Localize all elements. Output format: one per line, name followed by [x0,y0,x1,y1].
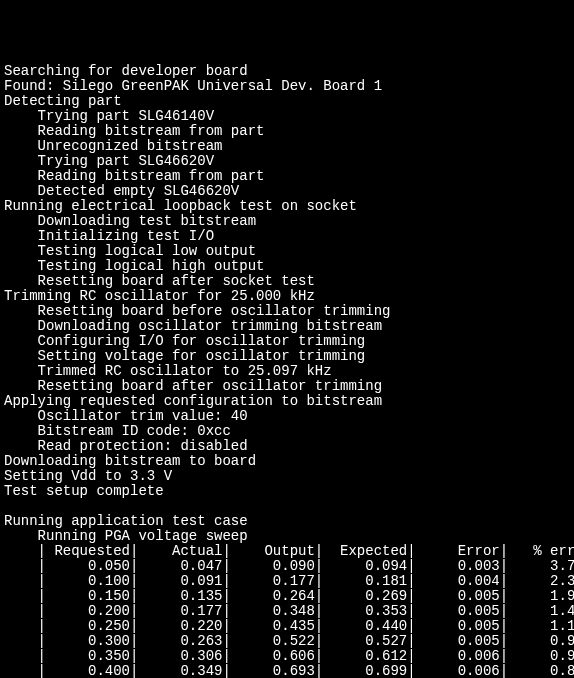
terminal-line: Setting Vdd to 3.3 V [4,469,570,484]
terminal-line: Running PGA voltage sweep [4,529,570,544]
terminal-line: Setting voltage for oscillator trimming [4,349,570,364]
terminal-line: | 0.250| 0.220| 0.435| 0.440| 0.005| 1.1… [4,619,570,634]
terminal-line: Trimming RC oscillator for 25.000 kHz [4,289,570,304]
terminal-line: Found: Silego GreenPAK Universal Dev. Bo… [4,79,570,94]
terminal-line: Read protection: disabled [4,439,570,454]
terminal-line: Bitstream ID code: 0xcc [4,424,570,439]
terminal-line: Resetting board before oscillator trimmi… [4,304,570,319]
terminal-line: Downloading oscillator trimming bitstrea… [4,319,570,334]
terminal-line: Downloading test bitstream [4,214,570,229]
terminal-line: | 0.300| 0.263| 0.522| 0.527| 0.005| 0.9… [4,634,570,649]
terminal-line: Unrecognized bitstream [4,139,570,154]
terminal-line: Test setup complete [4,484,570,499]
terminal-line: Testing logical high output [4,259,570,274]
terminal-line: Testing logical low output [4,244,570,259]
terminal-line: | 0.350| 0.306| 0.606| 0.612| 0.006| 0.9… [4,649,570,664]
terminal-line: Configuring I/O for oscillator trimming [4,334,570,349]
terminal-line: | 0.100| 0.091| 0.177| 0.181| 0.004| 2.3… [4,574,570,589]
terminal-line: Running application test case [4,514,570,529]
terminal-line: Detecting part [4,94,570,109]
terminal-line: | Requested| Actual| Output| Expected| E… [4,544,570,559]
terminal-output: Searching for developer boardFound: Sile… [4,64,570,678]
terminal-line: Trimmed RC oscillator to 25.097 kHz [4,364,570,379]
terminal-line: | 0.200| 0.177| 0.348| 0.353| 0.005| 1.4… [4,604,570,619]
terminal-line: Detected empty SLG46620V [4,184,570,199]
terminal-line: Oscillator trim value: 40 [4,409,570,424]
terminal-line: Applying requested configuration to bits… [4,394,570,409]
terminal-line: Trying part SLG46140V [4,109,570,124]
terminal-line: Searching for developer board [4,64,570,79]
terminal-line: Downloading bitstream to board [4,454,570,469]
terminal-line [4,499,570,514]
terminal-line: Resetting board after socket test [4,274,570,289]
terminal-line: Reading bitstream from part [4,169,570,184]
terminal-line: Running electrical loopback test on sock… [4,199,570,214]
terminal-line: Trying part SLG46620V [4,154,570,169]
terminal-line: | 0.150| 0.135| 0.264| 0.269| 0.005| 1.9… [4,589,570,604]
terminal-line: Resetting board after oscillator trimmin… [4,379,570,394]
terminal-line: Initializing test I/O [4,229,570,244]
terminal-line: Reading bitstream from part [4,124,570,139]
terminal-line: | 0.400| 0.349| 0.693| 0.699| 0.006| 0.8… [4,664,570,678]
terminal-line: | 0.050| 0.047| 0.090| 0.094| 0.003| 3.7… [4,559,570,574]
